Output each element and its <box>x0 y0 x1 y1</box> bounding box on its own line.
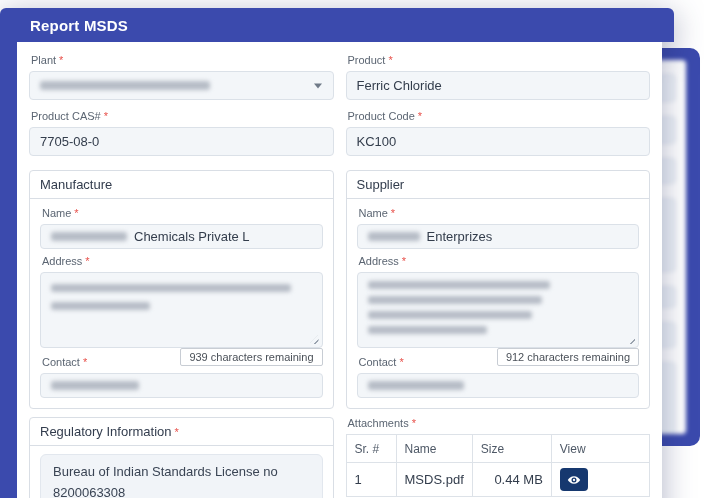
required-asterisk: * <box>388 54 392 66</box>
attachments-table: Sr. # Name Size View 1 MSDS.pdf <box>346 434 651 497</box>
view-attachment-button[interactable] <box>560 468 588 491</box>
plant-select[interactable] <box>29 71 334 100</box>
product-code-field-group: Product Code* KC100 <box>346 106 651 162</box>
redacted-text <box>368 232 420 241</box>
redacted-text <box>368 311 532 319</box>
product-input[interactable]: Ferric Chloride <box>346 71 651 100</box>
required-asterisk: * <box>412 417 416 429</box>
required-asterisk: * <box>85 255 89 267</box>
manufacture-contact-input[interactable] <box>40 373 323 398</box>
required-asterisk: * <box>399 356 403 368</box>
attachments-col-name: Name <box>396 435 472 463</box>
supplier-address-label: Address* <box>359 255 640 267</box>
supplier-name-value: Enterprizes <box>427 229 493 244</box>
required-asterisk: * <box>402 255 406 267</box>
report-msds-modal: Report MSDS Plant* <box>0 8 674 498</box>
modal-frame: Plant* Product* Ferric Chloride <box>0 42 662 498</box>
product-field-group: Product* Ferric Chloride <box>346 50 651 106</box>
regulatory-panel: Regulatory Information* Bureau of Indian… <box>29 417 334 498</box>
manufacture-name-label: Name* <box>42 207 323 219</box>
supplier-contact-label: Contact* <box>359 356 404 368</box>
resize-handle-icon[interactable] <box>626 335 635 344</box>
manufacture-panel-title: Manufacture <box>30 171 333 199</box>
attachments-section: Attachments* Sr. # Name Size View <box>346 417 651 498</box>
redacted-text <box>51 284 291 292</box>
manufacture-contact-label: Contact* <box>42 356 87 368</box>
redacted-text <box>368 326 488 334</box>
regulatory-textarea[interactable]: Bureau of Indian Standards License no 82… <box>40 454 323 498</box>
manufacture-address-textarea[interactable] <box>40 272 323 348</box>
product-cas-label: Product CAS#* <box>31 110 334 122</box>
required-asterisk: * <box>391 207 395 219</box>
eye-icon <box>567 473 581 487</box>
redacted-text <box>368 381 464 390</box>
product-label: Product* <box>348 54 651 66</box>
required-asterisk: * <box>175 426 179 438</box>
required-asterisk: * <box>104 110 108 122</box>
supplier-name-label: Name* <box>359 207 640 219</box>
resize-handle-icon[interactable] <box>310 335 319 344</box>
plant-label: Plant* <box>31 54 334 66</box>
attachments-col-sr: Sr. # <box>346 435 396 463</box>
manufacture-name-value: Chemicals Private L <box>134 229 250 244</box>
supplier-address-textarea[interactable] <box>357 272 640 348</box>
product-value: Ferric Chloride <box>357 78 442 93</box>
product-cas-value: 7705-08-0 <box>40 134 99 149</box>
attachment-sr: 1 <box>346 463 396 497</box>
plant-field-group: Plant* <box>29 50 334 106</box>
required-asterisk: * <box>83 356 87 368</box>
regulatory-panel-title: Regulatory Information* <box>30 418 333 446</box>
product-code-input[interactable]: KC100 <box>346 127 651 156</box>
product-code-value: KC100 <box>357 134 397 149</box>
modal-content: Plant* Product* Ferric Chloride <box>17 42 662 498</box>
supplier-panel-title: Supplier <box>347 171 650 199</box>
screen: Report MSDS Plant* <box>0 0 704 498</box>
supplier-panel: Supplier Name* Enterprizes Address* <box>346 170 651 409</box>
redacted-text <box>51 302 150 310</box>
modal-title: Report MSDS <box>0 17 128 34</box>
redacted-text <box>51 381 139 390</box>
redacted-text <box>368 296 543 304</box>
required-asterisk: * <box>418 110 422 122</box>
manufacture-panel: Manufacture Name* Chemicals Private L Ad… <box>29 170 334 409</box>
required-asterisk: * <box>59 54 63 66</box>
product-cas-input[interactable]: 7705-08-0 <box>29 127 334 156</box>
supplier-name-input[interactable]: Enterprizes <box>357 224 640 249</box>
attachments-col-view: View <box>551 435 649 463</box>
redacted-text <box>51 232 127 241</box>
product-code-label: Product Code* <box>348 110 651 122</box>
manufacture-characters-remaining: 939 characters remaining <box>180 348 322 366</box>
redacted-text <box>368 281 550 289</box>
supplier-characters-remaining: 912 characters remaining <box>497 348 639 366</box>
required-asterisk: * <box>74 207 78 219</box>
product-cas-field-group: Product CAS#* 7705-08-0 <box>29 106 334 162</box>
attachment-row: 1 MSDS.pdf 0.44 MB <box>346 463 650 497</box>
attachments-label: Attachments* <box>348 417 651 429</box>
attachment-size: 0.44 MB <box>472 463 551 497</box>
manufacture-name-input[interactable]: Chemicals Private L <box>40 224 323 249</box>
supplier-contact-input[interactable] <box>357 373 640 398</box>
regulatory-line-1: Bureau of Indian Standards License no 82… <box>53 461 310 498</box>
attachment-name: MSDS.pdf <box>396 463 472 497</box>
chevron-down-icon <box>314 83 322 88</box>
redacted-text <box>40 81 210 90</box>
manufacture-address-label: Address* <box>42 255 323 267</box>
modal-header: Report MSDS <box>0 8 674 42</box>
attachments-col-size: Size <box>472 435 551 463</box>
